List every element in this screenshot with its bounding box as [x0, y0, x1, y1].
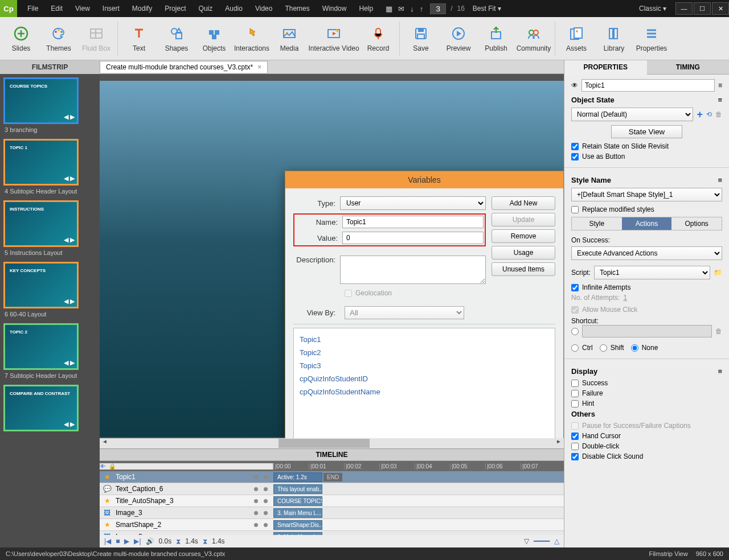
menu-icon[interactable]: ≡: [718, 96, 722, 104]
menu-window[interactable]: Window: [317, 2, 353, 15]
download-icon[interactable]: ↓: [410, 5, 414, 13]
ribbon-objects[interactable]: Objects: [195, 19, 233, 58]
minimize-button[interactable]: —: [675, 2, 693, 15]
ribbon-interactive-video[interactable]: Interactive Video: [308, 19, 359, 58]
close-button[interactable]: ✕: [712, 2, 729, 15]
ribbon-assets[interactable]: Assets: [558, 19, 595, 58]
menu-icon[interactable]: ≡: [718, 367, 722, 376]
menu-icon[interactable]: ≡: [718, 176, 722, 184]
ribbon-library[interactable]: Library: [595, 19, 633, 58]
thumb[interactable]: TOPIC 2◀ ▶7 Subtopic Header Layout: [3, 323, 96, 381]
add-new-button[interactable]: Add New: [492, 196, 555, 210]
timeline-row[interactable]: 💬Text_Caption_6This layout enab...: [100, 483, 564, 495]
menu-project[interactable]: Project: [159, 2, 191, 15]
variable-item[interactable]: cpQuizInfoStudentName: [300, 385, 549, 398]
desc-input[interactable]: [340, 256, 486, 284]
ribbon-media[interactable]: Media: [271, 19, 308, 58]
use-as-button-checkbox[interactable]: [571, 153, 579, 160]
ribbon-community[interactable]: Community: [515, 19, 552, 58]
slide-current-input[interactable]: [430, 3, 446, 14]
tab-timing[interactable]: TIMING: [647, 60, 730, 75]
shortcut-key-input[interactable]: [582, 325, 712, 337]
shift-radio[interactable]: [600, 344, 607, 352]
timeline-rows[interactable]: ★Topic1Active: 1.2sEND💬Text_Caption_6Thi…: [100, 471, 564, 535]
document-tab[interactable]: Create multi-module branched courses_V3.…: [100, 61, 268, 73]
mail-icon[interactable]: ✉: [398, 5, 404, 13]
menu-quiz[interactable]: Quiz: [193, 2, 219, 15]
timeline-row[interactable]: ★Title_AutoShape_3COURSE TOPICS...: [100, 495, 564, 507]
menu-file[interactable]: File: [22, 2, 44, 15]
state-select[interactable]: Normal (Default): [571, 108, 693, 121]
workspace-select[interactable]: Classic ▾: [634, 3, 671, 14]
type-select[interactable]: User: [340, 196, 486, 210]
retain-state-checkbox[interactable]: [571, 143, 579, 150]
maximize-button[interactable]: ☐: [694, 2, 711, 15]
reset-state-icon[interactable]: ⟲: [706, 110, 712, 118]
ribbon-text[interactable]: Text: [120, 19, 158, 58]
menu-view[interactable]: View: [69, 2, 96, 15]
viewby-select[interactable]: All: [345, 306, 464, 319]
thumb[interactable]: TOPIC 1◀ ▶4 Subtopic Header Layout: [3, 139, 96, 197]
menu-edit[interactable]: Edit: [45, 2, 68, 15]
variable-item[interactable]: cpQuizInfoStudentID: [300, 372, 549, 385]
shortcut-key-radio[interactable]: [571, 328, 579, 335]
ribbon-save[interactable]: Save: [402, 19, 440, 58]
play-icon[interactable]: ▶: [124, 537, 129, 545]
stage-h-scrollbar[interactable]: ◄►: [100, 438, 564, 448]
menu-icon[interactable]: ≡: [718, 81, 722, 89]
thumb[interactable]: KEY CONCEPTS◀ ▶6 60-40 Layout: [3, 262, 96, 320]
close-tab-icon[interactable]: ×: [257, 63, 261, 71]
visibility-icon[interactable]: 👁: [571, 81, 578, 89]
stop-icon[interactable]: ■: [116, 537, 120, 545]
value-input[interactable]: [342, 232, 484, 244]
timeline-row[interactable]: ★SmartShape_2SmartShape:Dis...: [100, 519, 564, 531]
ribbon-shapes[interactable]: Shapes: [158, 19, 195, 58]
subtab-style[interactable]: Style: [572, 217, 622, 230]
marker2-icon[interactable]: ⧗: [203, 537, 207, 545]
zoom-in-icon[interactable]: △: [554, 537, 559, 545]
timeline-row[interactable]: 🖼Image_23. Main Menu L...: [100, 531, 564, 535]
hint-checkbox[interactable]: [571, 400, 579, 407]
name-input[interactable]: [342, 216, 484, 228]
disable-sound-checkbox[interactable]: [571, 453, 579, 460]
ribbon-interactions[interactable]: Interactions: [233, 19, 271, 58]
audio-icon[interactable]: 🔊: [146, 537, 154, 545]
update-button[interactable]: Update: [492, 213, 555, 227]
remove-button[interactable]: Remove: [492, 229, 555, 243]
delete-state-icon[interactable]: 🗑: [715, 110, 722, 118]
ribbon-record[interactable]: Record: [359, 19, 397, 58]
zoom-out-icon[interactable]: ▽: [524, 537, 529, 545]
infinite-checkbox[interactable]: [571, 284, 579, 291]
ribbon-fluid-box[interactable]: Fluid Box: [77, 19, 115, 58]
menu-audio[interactable]: Audio: [219, 2, 248, 15]
variable-item[interactable]: Topic1: [300, 333, 549, 346]
none-radio[interactable]: [631, 344, 638, 352]
style-select[interactable]: +[Default Smart Shape Style]_1: [571, 188, 722, 201]
menu-help[interactable]: Help: [353, 2, 379, 15]
double-click-checkbox[interactable]: [571, 443, 579, 450]
unused-button[interactable]: Unused Items: [492, 262, 555, 276]
state-view-button[interactable]: State View: [611, 125, 682, 138]
ribbon-publish[interactable]: Publish: [477, 19, 515, 58]
hand-cursor-checkbox[interactable]: [571, 433, 579, 440]
variable-list[interactable]: Topic1Topic2Topic3cpQuizInfoStudentIDcpQ…: [293, 328, 555, 447]
replace-styles-checkbox[interactable]: [571, 206, 579, 213]
timeline-row[interactable]: 🖼Image_33. Main Menu L...: [100, 507, 564, 519]
subtab-actions[interactable]: Actions: [622, 217, 672, 230]
clear-shortcut-icon[interactable]: 🗑: [715, 327, 722, 335]
usage-button[interactable]: Usage: [492, 246, 555, 260]
ribbon-themes[interactable]: Themes: [40, 19, 77, 58]
add-state-icon[interactable]: +: [697, 109, 703, 121]
upload-icon[interactable]: ↑: [420, 5, 424, 13]
variable-item[interactable]: Topic2: [300, 346, 549, 359]
filmstrip-body[interactable]: COURSE TOPICS◀ ▶3 branchingTOPIC 1◀ ▶4 S…: [0, 74, 100, 547]
thumb[interactable]: COMPARE AND CONTRAST◀ ▶: [3, 385, 96, 436]
zoom-slider[interactable]: ━━━━: [534, 537, 550, 545]
eye-icon[interactable]: 👁: [100, 463, 105, 470]
menu-themes[interactable]: Themes: [279, 2, 315, 15]
thumb[interactable]: COURSE TOPICS◀ ▶3 branching: [3, 77, 96, 135]
subtab-options[interactable]: Options: [671, 217, 722, 230]
timeline-row[interactable]: ★Topic1Active: 1.2sEND: [100, 471, 564, 483]
ctrl-radio[interactable]: [571, 344, 579, 352]
menu-video[interactable]: Video: [249, 2, 278, 15]
